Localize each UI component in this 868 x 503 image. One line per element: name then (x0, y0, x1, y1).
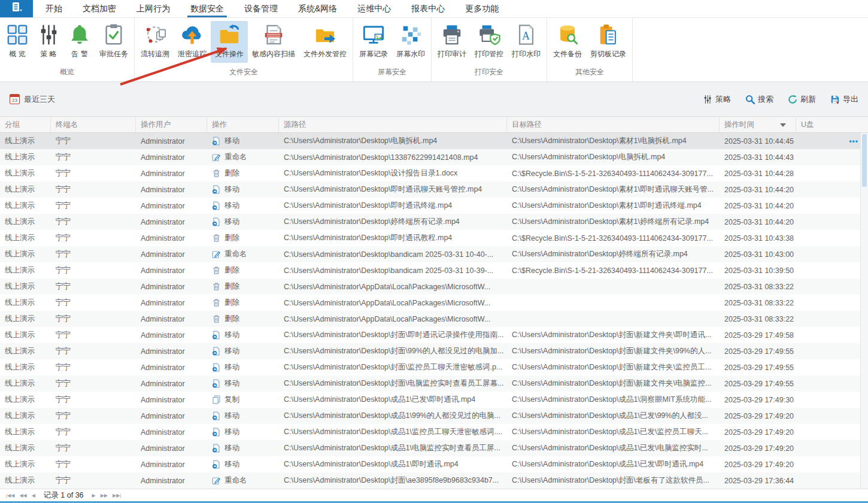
ribbon-button-screen-record[interactable]: 屏幕记录 (355, 21, 392, 63)
table-row[interactable]: 线上演示宁宁Administrator移动C:\Users\Administra… (0, 424, 868, 440)
table-row[interactable]: 线上演示宁宁Administrator删除C:\Users\Administra… (0, 278, 868, 295)
ribbon-button-screen-watermark[interactable]: 屏幕水印 (392, 21, 429, 63)
ribbon-button-file-operation[interactable]: 文件操作 (211, 21, 248, 63)
column-header-operation[interactable]: 操作 (207, 117, 279, 132)
ribbon-button-flow-trace[interactable]: 流转追溯 (136, 21, 174, 63)
sort-desc-icon[interactable] (780, 123, 786, 127)
operation-label: 删除 (224, 265, 239, 275)
cell-operation: 删除 (207, 230, 279, 246)
tab-system-network[interactable]: 系统&网络 (288, 0, 347, 17)
tab-device-mgmt[interactable]: 设备管理 (234, 0, 288, 17)
column-header-user[interactable]: 操作用户 (136, 117, 207, 132)
table-row[interactable]: 线上演示宁宁Administrator移动C:\Users\Administra… (0, 359, 868, 375)
table-row[interactable]: 线上演示宁宁Administrator移动C:\Users\Administra… (0, 440, 868, 456)
ribbon-button-sensitive-scan[interactable]: 敏感内容扫描 (248, 21, 299, 63)
table-row[interactable]: 线上演示宁宁Administrator重命名C:\Users\Administr… (0, 246, 868, 262)
screen-record-icon (362, 23, 385, 46)
date-range-filter[interactable]: 23 最近三天 (10, 94, 55, 105)
cell-target-path: C:\Users\Administrator\Desktop\封面\新建文件夹\… (507, 327, 720, 343)
export-button[interactable]: 导出 (830, 94, 858, 105)
table-row[interactable]: 线上演示宁宁Administrator移动C:\Users\Administra… (0, 214, 868, 230)
tab-doc-encrypt[interactable]: 文档加密 (72, 0, 126, 17)
cell-group: 线上演示 (0, 408, 51, 424)
refresh-button[interactable]: 刷新 (788, 94, 816, 105)
rename-icon (212, 250, 221, 259)
grid-header: 分组终端名操作用户操作源路径目标路径操作时间U盘 (0, 117, 868, 133)
cell-group: 线上演示 (0, 230, 51, 246)
cell-target-path (507, 295, 720, 311)
ribbon-button-clipboard-record[interactable]: 剪切板记录 (586, 21, 630, 63)
tab-web-behavior[interactable]: 上网行为 (126, 0, 180, 17)
cell-operation: 重命名 (207, 149, 279, 165)
search-button[interactable]: 搜索 (745, 94, 773, 105)
operation-label: 移动 (224, 378, 239, 389)
table-row[interactable]: 线上演示宁宁Administrator重命名C:\Users\Administr… (0, 472, 868, 489)
table-row[interactable]: 线上演示宁宁Administrator移动C:\Users\Administra… (0, 343, 868, 359)
table-row[interactable]: 线上演示宁宁Administrator重命名C:\Users\Administr… (0, 149, 868, 165)
ribbon-button-print-watermark[interactable]: A打印水印 (508, 21, 545, 63)
ribbon-button-file-backup[interactable]: 文件备份 (549, 21, 586, 63)
menubar: 开始文档加密上网行为数据安全设备管理系统&网络运维中心报表中心更多功能 (0, 0, 868, 18)
row-more-icon[interactable]: ••• (849, 137, 858, 146)
table-row[interactable]: 线上演示宁宁Administrator复制C:\Users\Administra… (0, 392, 868, 408)
cell-source-path: C:\Users\Administrator\Desktop\bandicam … (279, 262, 507, 278)
tab-report-center[interactable]: 报表中心 (401, 0, 455, 17)
table-row[interactable]: 线上演示宁宁Administrator移动C:\Users\Administra… (0, 456, 868, 472)
cell-time: 2025-03-29 17:49:20 (720, 424, 796, 440)
table-row[interactable]: 线上演示宁宁Administrator删除C:\Users\Administra… (0, 311, 868, 327)
policy-sliders-icon (37, 23, 60, 46)
ribbon-button-label: 打印水印 (512, 49, 541, 59)
ribbon-button-leak-track[interactable]: 泄密追踪 (174, 21, 211, 63)
column-header-target-path[interactable]: 目标路径 (507, 117, 720, 132)
column-header-usb[interactable]: U盘 (796, 117, 868, 132)
tab-data-security[interactable]: 数据安全 (180, 0, 234, 17)
tab-ops-center[interactable]: 运维中心 (347, 0, 401, 17)
move-icon (212, 185, 221, 194)
ribbon-button-print-audit[interactable]: 打印审计 (433, 21, 471, 63)
vertical-scrollbar[interactable] (860, 133, 868, 489)
column-header-terminal[interactable]: 终端名 (51, 117, 136, 132)
scrollbar-thumb[interactable] (862, 134, 867, 187)
ribbon-button-policy[interactable]: 策 略 (33, 21, 64, 63)
move-icon (212, 363, 221, 372)
pager-prev-icon[interactable]: ◀ (29, 493, 38, 498)
app-menu-button[interactable] (0, 0, 33, 17)
pager-next-icon[interactable]: ▶ (90, 493, 98, 498)
ribbon-button-print-control[interactable]: 打印管控 (471, 21, 508, 63)
ribbon-group-print-security: 打印审计打印管控A打印水印打印安全 (432, 18, 547, 81)
tab-home[interactable]: 开始 (35, 0, 72, 17)
cell-source-path: C:\Users\Administrator\Desktop\成品1\99%的人… (279, 408, 507, 424)
refresh-icon (788, 95, 797, 104)
policy-button[interactable]: 策略 (703, 94, 731, 105)
refresh-button-label: 刷新 (800, 94, 816, 105)
cell-operation: 重命名 (207, 246, 279, 262)
cell-group: 线上演示 (0, 375, 51, 392)
table-row[interactable]: 线上演示宁宁Administrator移动C:\Users\Administra… (0, 181, 868, 198)
ribbon-button-overview[interactable]: 概 览 (2, 21, 33, 63)
table-row[interactable]: 线上演示宁宁Administrator删除C:\Users\Administra… (0, 262, 868, 278)
column-header-group[interactable]: 分组 (0, 117, 51, 132)
column-header-time[interactable]: 操作时间 (720, 117, 796, 132)
ribbon-button-file-outgoing-control[interactable]: 文件外发管控 (299, 21, 351, 63)
column-header-source-path[interactable]: 源路径 (279, 117, 507, 132)
cell-terminal: 宁宁 (51, 456, 136, 472)
table-row[interactable]: 线上演示宁宁Administrator移动C:\Users\Administra… (0, 327, 868, 343)
table-row[interactable]: 线上演示宁宁Administrator移动C:\Users\Administra… (0, 408, 868, 424)
tab-more-features[interactable]: 更多功能 (455, 0, 509, 17)
table-row[interactable]: 线上演示宁宁Administrator删除C:\Users\Administra… (0, 165, 868, 181)
rename-icon (212, 153, 221, 162)
pager-first-icon[interactable]: |◀◀ (4, 493, 17, 498)
ribbon-button-approval-tasks[interactable]: 审批任务 (95, 21, 132, 63)
table-row[interactable]: 线上演示宁宁Administrator移动C:\Users\Administra… (0, 375, 868, 392)
table-row[interactable]: 线上演示宁宁Administrator删除C:\Users\Administra… (0, 230, 868, 246)
pager-fast-next-icon[interactable]: ▶▶ (98, 493, 110, 498)
pager-fast-prev-icon[interactable]: ◀◀ (17, 493, 29, 498)
operation-label: 移动 (224, 459, 239, 469)
ribbon-button-alert[interactable]: 告 警 (64, 21, 95, 63)
table-row[interactable]: 线上演示宁宁Administrator删除C:\Users\Administra… (0, 295, 868, 311)
cell-operation: 删除 (207, 262, 279, 278)
column-header-label: 分组 (5, 120, 20, 130)
pager-last-icon[interactable]: ▶▶| (110, 493, 123, 498)
table-row[interactable]: 线上演示宁宁Administrator移动C:\Users\Administra… (0, 198, 868, 214)
table-row[interactable]: 线上演示宁宁Administrator移动C:\Users\Administra… (0, 133, 868, 149)
